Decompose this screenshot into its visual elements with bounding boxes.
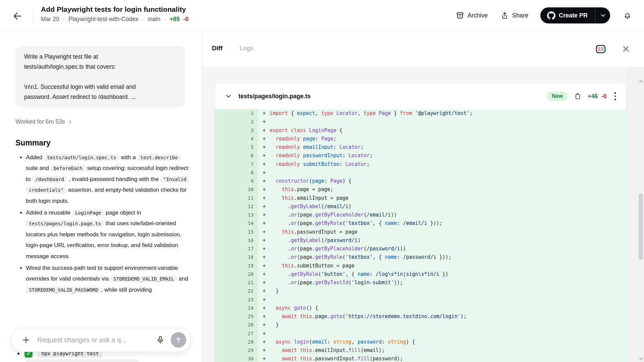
code-content: .or(page.getByRole('textbox', { name: /e… [270, 219, 442, 228]
line-number: 13 [215, 211, 258, 219]
diff-add-sign: + [258, 177, 270, 185]
task-date: Mar 20 [41, 16, 59, 23]
diff-line: 24+ async goto() { [215, 304, 627, 312]
app-window: Add Playwright tests for login functiona… [0, 0, 644, 362]
diff-add-sign: + [258, 228, 270, 236]
worked-for-toggle[interactable]: Worked for 6m 53s [15, 118, 73, 125]
chevron-right-icon [67, 119, 73, 125]
code-content: readonly page: Page; [270, 135, 336, 143]
composer-input[interactable] [37, 336, 150, 344]
attach-button[interactable] [20, 334, 32, 346]
line-number: 19 [215, 262, 258, 270]
line-number: 2 [215, 118, 258, 126]
diff-view-toggle-button[interactable] [595, 44, 606, 54]
chevron-down-icon [224, 92, 232, 100]
diff-line: 29+ await this.emailInput.fill(email); [215, 346, 627, 355]
diff-add-sign: + [258, 126, 270, 135]
github-icon [547, 11, 555, 20]
code-content: this.passwordInput = page [270, 228, 358, 236]
summary-bullet: Wired the success-path test to support e… [26, 263, 190, 295]
code-content: .or(page.getByRole('textbox', { name: /p… [270, 253, 451, 261]
arrow-up-icon [174, 336, 182, 344]
create-pr-button[interactable]: Create PR [540, 7, 595, 23]
scrollbar-down-arrow[interactable] [638, 358, 644, 361]
line-number: 30 [215, 355, 258, 362]
diff-add-sign: + [258, 202, 270, 211]
diff-line: 21+ .or(page.getByTestId('login-submit')… [215, 279, 627, 287]
create-pr-split-button: Create PR [540, 7, 610, 23]
diff-panel: Diff Logs [202, 33, 644, 362]
inline-code: /dashboard [32, 176, 67, 183]
diff-add-sign: + [258, 152, 270, 160]
code-content: } [270, 287, 279, 295]
prompt-line: Write a Playwright test file at [24, 52, 176, 62]
archive-button[interactable]: Archive [455, 10, 488, 21]
line-number: 9 [215, 177, 258, 185]
split-view-icon [596, 45, 606, 54]
diff-scroll-area[interactable]: tests/pages/login.page.ts New +46 [202, 67, 644, 362]
create-pr-options-button[interactable] [595, 7, 610, 23]
diff-add-sign: + [258, 109, 270, 118]
tab-diff[interactable]: Diff [211, 44, 224, 53]
code-content: .or(page.getByPlaceholder(/email/i)) [270, 211, 397, 219]
notifications-button[interactable] [622, 10, 633, 21]
share-button[interactable]: Share [500, 10, 529, 21]
deletions-count: -0 [183, 16, 189, 23]
top-bar: Add Playwright tests for login functiona… [0, 0, 644, 32]
file-menu-button[interactable] [612, 91, 618, 102]
inline-code: LoginPage [72, 209, 104, 216]
diff-line: 14+ .or(page.getByRole('textbox', { name… [215, 219, 627, 228]
diff-line: 6+ readonly passwordInput: Locator; [215, 152, 627, 160]
scrollbar-thumb[interactable] [639, 193, 643, 260]
code-content: this.emailInput = page [270, 194, 348, 202]
diff-line: 27+ [215, 329, 627, 338]
diff-line: 26+ } [215, 321, 627, 329]
prompt-line: \n\n1. Successful login with valid email… [24, 82, 176, 92]
dictate-button[interactable] [155, 334, 166, 346]
diff-line: 23+ [215, 296, 627, 304]
code-content: .getByLabel(/email/i) [270, 202, 352, 211]
back-button[interactable] [10, 9, 25, 23]
file-deletions: -0 [601, 93, 607, 100]
code-content: .getByRole('button', { name: /log\s*in|s… [270, 270, 448, 279]
tab-logs[interactable]: Logs [238, 44, 255, 53]
diff-line: 18+ .or(page.getByRole('textbox', { name… [215, 253, 627, 261]
diff-line: 17+ .or(page.getByPlaceholder(/password/… [215, 245, 627, 253]
code-content: readonly emailInput: Locator; [270, 143, 364, 152]
collapse-file-button[interactable] [223, 91, 234, 102]
task-meta: Mar 20 · Playwright-test-with-Codex · ma… [41, 16, 189, 23]
scrollbar-track[interactable] [627, 67, 644, 362]
diff-add-sign: + [258, 262, 270, 270]
archive-icon [456, 11, 464, 20]
diff-add-sign: + [258, 329, 270, 338]
inline-code: STOREDEMO_VALID_PASSWORD [26, 287, 101, 293]
code-content: import { expect, type Locator, type Page… [270, 109, 473, 118]
copy-file-button[interactable] [574, 92, 582, 101]
line-number: 6 [215, 152, 258, 160]
code-content: await this.page.goto('https://storedemo.… [270, 312, 467, 321]
diff-line: 25+ await this.page.goto('https://stored… [215, 312, 627, 321]
close-panel-button[interactable] [621, 44, 631, 54]
diff-add-sign: + [258, 338, 270, 346]
diff-line: 8+ [215, 169, 627, 177]
diff-line: 15+ this.passwordInput = page [215, 228, 627, 236]
chevron-down-icon [599, 12, 607, 19]
inline-code: STOREDEMO_VALID_EMAIL [110, 276, 177, 282]
summary-bullet: Added a reusable LoginPage page object i… [26, 207, 190, 262]
line-number: 4 [215, 135, 258, 143]
code-content: } [270, 321, 279, 329]
code-content: async login(email: string, password: str… [270, 338, 415, 346]
share-icon [500, 11, 509, 20]
partial-code-chip [26, 359, 139, 362]
line-number: 25 [215, 312, 258, 321]
clipboard-icon [574, 93, 581, 100]
line-number: 7 [215, 160, 258, 169]
line-number: 1 [215, 109, 258, 118]
send-button[interactable] [171, 332, 186, 348]
close-icon [621, 44, 631, 54]
task-title-block: Add Playwright tests for login functiona… [41, 5, 189, 23]
line-number: 24 [215, 304, 258, 312]
diff-add-sign: + [258, 143, 270, 152]
diff-line: 9+ constructor(page: Page) { [215, 177, 627, 185]
scrollbar-up-arrow[interactable] [638, 79, 644, 82]
